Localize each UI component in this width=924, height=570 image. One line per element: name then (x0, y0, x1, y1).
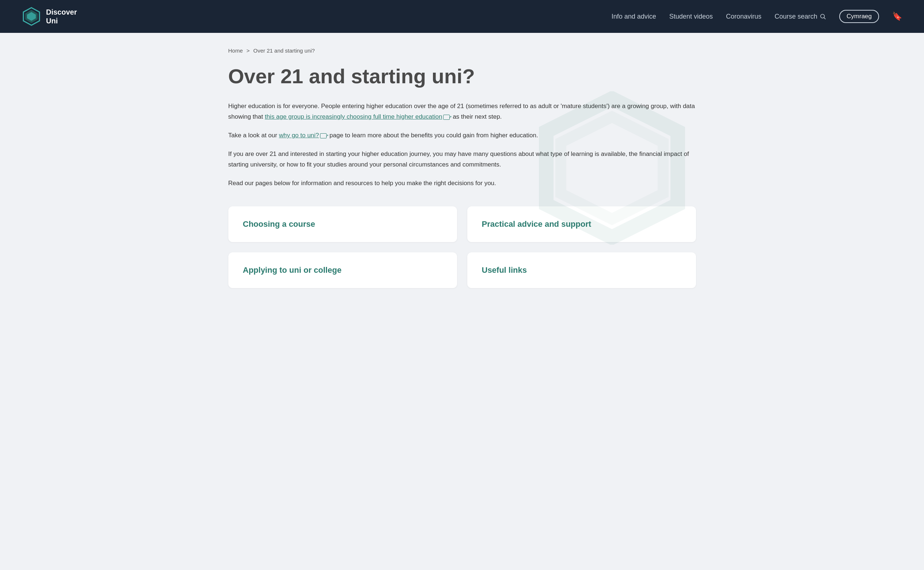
intro-paragraph-1: Higher education is for everyone. People… (228, 101, 696, 122)
cymraeg-button[interactable]: Cymraeg (839, 10, 879, 23)
main-content: Home > Over 21 and starting uni? Over 21… (206, 33, 718, 317)
cards-grid: Choosing a course Practical advice and s… (228, 206, 696, 288)
breadcrumb: Home > Over 21 and starting uni? (228, 48, 696, 54)
para2-text-after: page to learn more about the benefits yo… (328, 132, 538, 139)
card-choosing-course[interactable]: Choosing a course (228, 206, 457, 242)
card-useful-links[interactable]: Useful links (467, 252, 696, 288)
page-title: Over 21 and starting uni? (228, 64, 696, 88)
site-header: Discover Uni Info and advice Student vid… (0, 0, 924, 33)
search-icon (820, 13, 826, 20)
svg-line-4 (824, 17, 825, 19)
why-go-to-uni-link[interactable]: why go to uni? (279, 132, 319, 139)
main-nav: Info and advice Student videos Coronavir… (612, 10, 902, 23)
nav-course-search[interactable]: Course search (775, 13, 826, 20)
intro-paragraph-2: Take a look at our why go to uni? page t… (228, 130, 696, 141)
para1-text-after: as their next step. (451, 113, 502, 120)
nav-student-videos[interactable]: Student videos (669, 13, 713, 20)
logo[interactable]: Discover Uni (22, 7, 77, 26)
nav-coronavirus[interactable]: Coronavirus (726, 13, 761, 20)
bookmark-icon[interactable]: 🔖 (892, 12, 902, 21)
nav-info-advice[interactable]: Info and advice (612, 13, 656, 20)
card-applying-uni[interactable]: Applying to uni or college (228, 252, 457, 288)
age-group-link[interactable]: this age group is increasingly choosing … (265, 113, 442, 120)
card-useful-links-title: Useful links (482, 265, 681, 275)
breadcrumb-current: Over 21 and starting uni? (253, 48, 315, 54)
card-choosing-course-title: Choosing a course (243, 219, 442, 229)
course-search-label: Course search (775, 13, 817, 20)
external-link-icon-1 (443, 115, 450, 120)
card-practical-advice[interactable]: Practical advice and support (467, 206, 696, 242)
para2-text-before: Take a look at our (228, 132, 279, 139)
intro-paragraph-4: Read our pages below for information and… (228, 178, 696, 189)
external-link-icon-2 (320, 133, 327, 138)
logo-icon (22, 7, 41, 26)
svg-point-3 (821, 14, 824, 18)
card-practical-advice-title: Practical advice and support (482, 219, 681, 229)
card-applying-uni-title: Applying to uni or college (243, 265, 442, 275)
breadcrumb-home[interactable]: Home (228, 48, 243, 54)
breadcrumb-separator: > (247, 48, 250, 54)
logo-text: Discover Uni (46, 8, 77, 25)
intro-paragraph-3: If you are over 21 and interested in sta… (228, 149, 696, 170)
